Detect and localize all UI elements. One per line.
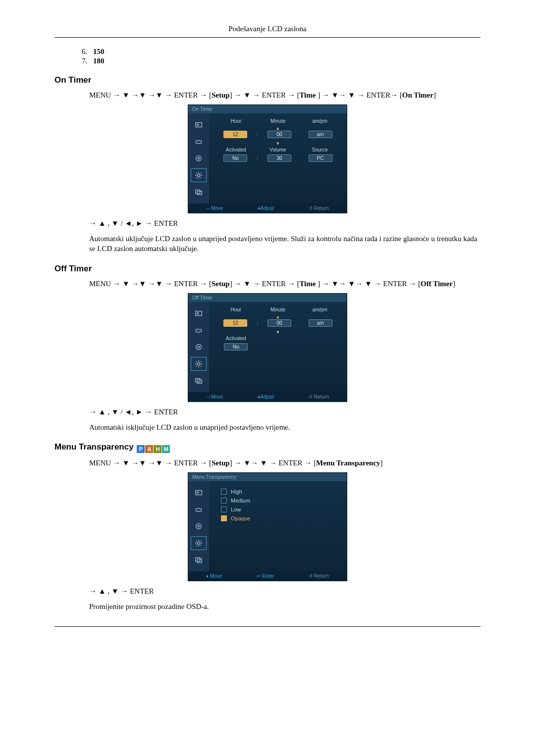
list-item: 180	[89, 57, 481, 65]
nav-text: ▼ →▼ →▼ → ENTER → [	[122, 91, 212, 99]
menu-item-label: Low	[231, 506, 241, 512]
nav-text: ] → ▼→ ▼ → ENTER → [	[230, 459, 316, 467]
desc-on-timer: Automatski uključuje LCD zaslon u unapri…	[89, 234, 481, 254]
nav-text: MENU →	[89, 280, 122, 288]
menu-item-medium[interactable]: Medium	[218, 496, 338, 505]
value-volume[interactable]: 30	[268, 154, 291, 162]
svg-point-9	[197, 312, 199, 314]
label-hour: Hour	[215, 307, 257, 312]
list-value: 180	[93, 57, 105, 65]
value-activated[interactable]: No	[223, 154, 247, 162]
nav-text: ]	[453, 280, 455, 288]
label-volume: Volume	[257, 147, 299, 152]
gear-icon	[191, 357, 206, 370]
badge-a: A	[145, 445, 153, 453]
osd-row2-labels: Activated Volume Source	[215, 147, 341, 152]
nav-text: ]	[433, 91, 436, 99]
nav2-off-timer: → ▲ , ▼ / ◄, ► → ENTER	[89, 407, 481, 417]
svg-point-5	[197, 174, 200, 176]
svg-rect-2	[196, 141, 202, 143]
osd-footer: ↔Move ♦Adjust ↺ Return	[188, 392, 347, 402]
heading-text: Menu Transparency	[54, 442, 134, 452]
down-indicator: ▼	[215, 330, 341, 335]
svg-point-19	[196, 523, 202, 529]
svg-point-17	[197, 492, 199, 494]
checkbox-icon	[221, 489, 227, 495]
menu-item-opaque[interactable]: ✓Opaque	[218, 514, 338, 523]
osd-title: Menu Transparency	[188, 473, 347, 481]
page-header: Podešavanje LCD zaslona	[54, 25, 481, 38]
badge-h: H	[154, 445, 161, 453]
label-ampm: am/pm	[299, 307, 341, 312]
list-value: 150	[93, 48, 105, 55]
label-ampm: am/pm	[299, 118, 341, 124]
mode-badges: P A H M	[137, 445, 170, 453]
nav-text: ▼ →▼ →▼ → ENTER → [	[122, 280, 212, 288]
nav-setup: Setup	[212, 91, 230, 99]
nav-setup: Setup	[212, 280, 230, 288]
svg-rect-18	[196, 508, 202, 511]
value-minute[interactable]: 00	[268, 319, 291, 327]
nav-text: ▼ →▼ →▼ → ENTER → [	[122, 459, 212, 467]
sound-icon	[191, 135, 206, 148]
osd-sidebar	[188, 113, 209, 203]
value-ampm[interactable]: am	[309, 131, 332, 138]
menu-item-high[interactable]: High	[218, 487, 338, 496]
nav-target: On Timer	[402, 91, 433, 99]
nav2-menu-transparency: → ▲ , ▼ → ENTER	[89, 586, 481, 597]
svg-point-20	[198, 525, 200, 527]
osd-footer: ♦ Move ↵ Enter ↺ Return	[188, 571, 347, 581]
osd-row2-labels: Activated	[215, 336, 341, 341]
nav-target: Menu Transparency	[316, 459, 380, 467]
badge-m: M	[162, 445, 170, 453]
setup-icon	[191, 520, 206, 533]
menu-item-label: High	[231, 489, 242, 495]
svg-point-1	[197, 124, 199, 126]
nav-text: ] → ▼ → ENTER → [	[230, 91, 300, 99]
picture-icon	[191, 307, 206, 320]
osd-title: Off Timer	[188, 294, 347, 302]
nav-text: ]	[380, 459, 383, 467]
menu-item-label: Opaque	[231, 515, 250, 521]
footer-move: ↔Move	[206, 394, 223, 400]
value-source[interactable]: PC	[309, 154, 332, 162]
value-hour[interactable]: 12	[223, 319, 247, 327]
value-ampm[interactable]: am	[309, 319, 332, 327]
list-item: 150	[89, 48, 481, 56]
section-heading-off-timer: Off Timer	[54, 264, 481, 274]
svg-point-21	[197, 542, 200, 544]
footer-adjust: ♦Adjust	[258, 394, 274, 400]
footer-adjust: ♦Adjust	[258, 205, 274, 211]
menu-item-low[interactable]: Low	[218, 505, 338, 514]
nav-text: ] → ▼ → ENTER → [	[230, 280, 300, 288]
value-hour[interactable]: 12	[223, 131, 247, 138]
svg-point-3	[196, 156, 202, 161]
label-minute: Minute	[257, 307, 299, 312]
nav-text: MENU →	[89, 459, 122, 467]
gear-icon	[191, 537, 206, 550]
nav-path-on-timer: MENU → ▼ →▼ →▼ → ENTER → [Setup] → ▼ → E…	[89, 90, 481, 101]
footer-move: ♦ Move	[206, 573, 222, 579]
sound-icon	[191, 503, 206, 516]
svg-rect-15	[197, 380, 202, 383]
value-activated[interactable]: No	[224, 343, 248, 351]
footer-enter: ↵ Enter	[257, 573, 274, 579]
label-hour: Hour	[215, 118, 257, 124]
checkbox-icon: ✓	[221, 515, 227, 521]
nav-time: Time	[299, 280, 318, 288]
nav2-on-timer: → ▲ , ▼ / ◄, ► → ENTER	[89, 218, 481, 229]
checkbox-icon	[221, 498, 227, 504]
osd-sidebar	[188, 481, 209, 571]
label-source: Source	[299, 147, 341, 152]
up-indicator: ▲	[215, 314, 341, 319]
footer-return: ↺ Return	[309, 573, 329, 579]
value-minute[interactable]: 00	[268, 131, 291, 138]
picture-icon	[191, 486, 206, 499]
label-activated: Activated	[215, 147, 257, 152]
nav-setup: Setup	[212, 459, 230, 467]
desc-off-timer: Automatski isključuje LCD zaslon u unapr…	[89, 422, 481, 432]
multi-icon	[191, 554, 206, 566]
label-activated: Activated	[215, 336, 257, 341]
section-heading-on-timer: On Timer	[54, 75, 481, 85]
multi-icon	[191, 374, 206, 387]
